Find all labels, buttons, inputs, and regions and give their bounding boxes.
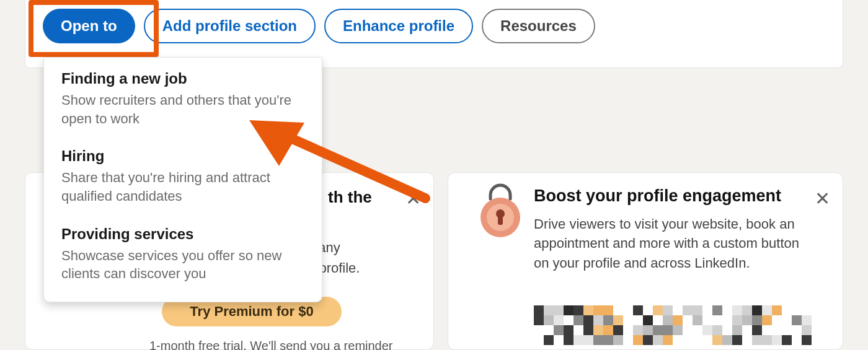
dropdown-item-hiring[interactable]: Hiring Share that you're hiring and attr…: [44, 138, 322, 215]
dropdown-item-title: Finding a new job: [61, 70, 304, 87]
engagement-card-desc: Drive viewers to visit your website, boo…: [534, 214, 805, 273]
open-to-dropdown: Finding a new job Show recruiters and ot…: [43, 57, 322, 302]
premium-card-sub-fragment: nany r profile.: [311, 237, 410, 278]
add-profile-section-button[interactable]: Add profile section: [144, 9, 316, 43]
close-icon[interactable]: ✕: [405, 188, 421, 209]
engagement-card-title: Boost your profile engagement: [534, 186, 805, 206]
open-to-button[interactable]: Open to: [43, 9, 135, 43]
dropdown-item-finding-job[interactable]: Finding a new job Show recruiters and ot…: [44, 60, 322, 138]
dropdown-item-services[interactable]: Providing services Showcase services you…: [44, 216, 322, 293]
dropdown-item-desc: Share that you're hiring and attract qua…: [61, 168, 304, 205]
promo-card-engagement: ✕ Boost your profile engagement Drive vi…: [448, 172, 843, 350]
dropdown-item-title: Providing services: [61, 225, 304, 243]
page-root: Open to Add profile section Enhance prof…: [0, 0, 868, 350]
enhance-profile-button[interactable]: Enhance profile: [324, 9, 473, 43]
add-profile-section-label: Add profile section: [162, 17, 297, 35]
svg-rect-5: [498, 215, 503, 225]
dropdown-item-desc: Show recruiters and others that you're o…: [61, 91, 304, 128]
enhance-profile-label: Enhance profile: [343, 17, 454, 35]
close-icon[interactable]: ✕: [815, 188, 830, 209]
dropdown-item-desc: Showcase services you offer so new clien…: [61, 247, 304, 283]
try-premium-label: Try Premium for $0: [190, 304, 313, 320]
lock-icon: [474, 180, 526, 242]
premium-trial-note: 1-month free trial. We'll send you a rem…: [149, 339, 393, 350]
resources-button[interactable]: Resources: [482, 9, 595, 43]
redacted-region: [534, 305, 819, 343]
premium-card-title-fragment: th the: [328, 188, 396, 207]
profile-action-row: Open to Add profile section Enhance prof…: [43, 9, 595, 43]
open-to-label: Open to: [61, 17, 117, 35]
resources-label: Resources: [500, 17, 577, 35]
dropdown-item-title: Hiring: [61, 147, 304, 165]
